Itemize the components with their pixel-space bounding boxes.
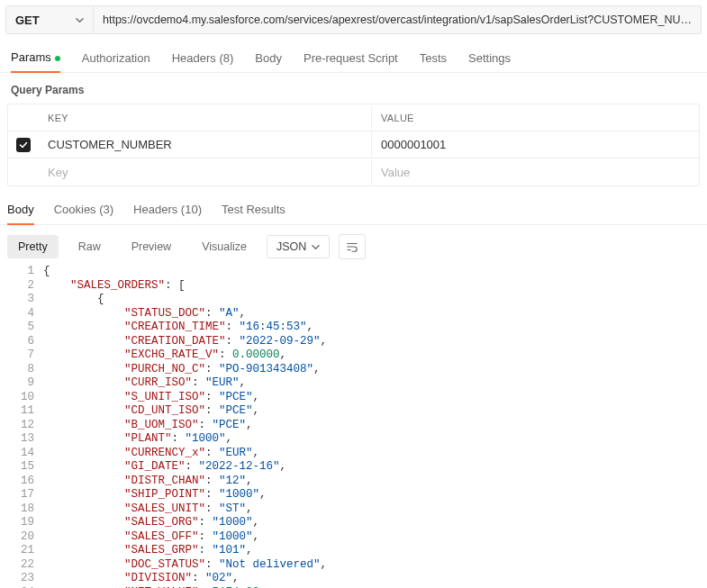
viewer-toolbar: Pretty Raw Preview Visualize JSON: [0, 225, 707, 265]
param-value-placeholder[interactable]: Value: [372, 160, 699, 185]
param-key-cell[interactable]: CUSTOMER_NUMBER: [39, 132, 372, 157]
header-key: KEY: [39, 107, 372, 129]
request-url-input[interactable]: https://ovcdemo4.my.salesforce.com/servi…: [94, 5, 702, 34]
check-icon: [19, 140, 28, 149]
line-gutter: 1234567891011121314151617181920212223242…: [7, 265, 43, 588]
chevron-down-icon: [76, 16, 84, 24]
response-body-viewer[interactable]: 1234567891011121314151617181920212223242…: [0, 265, 707, 588]
tab-headers[interactable]: Headers (8): [172, 51, 234, 72]
params-changed-dot-icon: [55, 56, 60, 61]
rtab-body[interactable]: Body: [7, 203, 34, 225]
rtab-test-results[interactable]: Test Results: [222, 203, 286, 224]
wrap-icon: [346, 240, 358, 253]
tab-prerequest[interactable]: Pre-request Script: [304, 51, 398, 72]
http-method-select[interactable]: GET: [5, 5, 94, 34]
header-value: VALUE: [372, 107, 699, 129]
viewer-visualize-button[interactable]: Visualize: [191, 235, 258, 258]
row-checkbox[interactable]: [16, 138, 31, 152]
tab-tests[interactable]: Tests: [420, 51, 447, 72]
request-tabs: Params Authorization Headers (8) Body Pr…: [0, 40, 707, 72]
wrap-lines-button[interactable]: [339, 234, 366, 259]
param-value-cell[interactable]: 0000001001: [372, 132, 699, 157]
response-format-label: JSON: [276, 240, 306, 253]
tab-params-label: Params: [11, 50, 51, 64]
tab-authorization[interactable]: Authorization: [82, 51, 150, 72]
chevron-down-icon: [312, 243, 320, 251]
http-method-label: GET: [15, 14, 40, 27]
table-header-row: KEY VALUE: [8, 104, 699, 131]
viewer-pretty-button[interactable]: Pretty: [7, 235, 59, 258]
code-content: { "SALES_ORDERS": [ { "STATUS_DOC": "A",…: [43, 265, 707, 588]
tab-settings[interactable]: Settings: [468, 51, 511, 72]
query-params-table: KEY VALUE CUSTOMER_NUMBER 0000001001 Key…: [7, 104, 700, 186]
rtab-cookies[interactable]: Cookies (3): [54, 203, 113, 224]
tab-params[interactable]: Params: [11, 50, 60, 73]
query-params-title: Query Params: [0, 73, 707, 104]
tab-body[interactable]: Body: [255, 51, 282, 72]
param-key-placeholder[interactable]: Key: [39, 160, 372, 185]
table-row-empty[interactable]: Key Value: [8, 158, 699, 185]
viewer-preview-button[interactable]: Preview: [121, 235, 182, 258]
rtab-headers[interactable]: Headers (10): [133, 203, 202, 224]
viewer-raw-button[interactable]: Raw: [68, 235, 112, 258]
response-tabs: Body Cookies (3) Headers (10) Test Resul…: [0, 186, 707, 224]
response-format-select[interactable]: JSON: [267, 235, 330, 258]
table-row[interactable]: CUSTOMER_NUMBER 0000001001: [8, 131, 699, 158]
